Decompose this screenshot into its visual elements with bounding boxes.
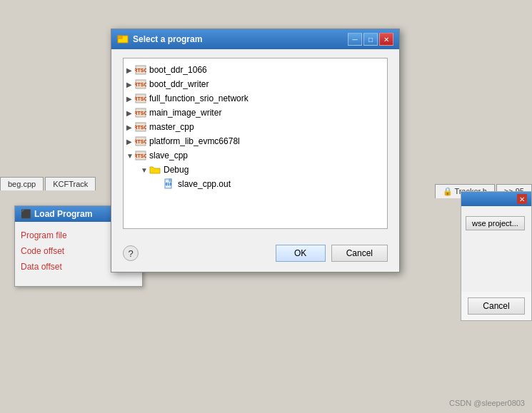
tree-item-slave-cpp-out[interactable]: ▶ 010 slave_cpp.out <box>126 177 384 191</box>
svg-text:010: 010 <box>166 182 172 186</box>
tracker-icon: 🔒 <box>443 187 453 195</box>
dialog-content: ▶ RTSC boot_ddr_1066 ▶ RTSC boot_ddr_wri… <box>111 49 399 238</box>
project-icon-master-cpp: RTSC <box>135 121 146 133</box>
tree-item-main-image-writer[interactable]: ▶ RTSC main_image_writer <box>126 106 384 120</box>
tree-arrow-slave-cpp: ▼ <box>126 152 135 160</box>
tree-arrow-master-cpp: ▶ <box>126 123 135 131</box>
tracker-cancel-area: Cancel <box>461 292 531 320</box>
project-icon-full-function: RTSC <box>135 93 146 104</box>
tree-arrow-full-function: ▶ <box>126 95 135 103</box>
svg-rect-17 <box>169 179 171 181</box>
svg-text:RTSC: RTSC <box>135 125 146 130</box>
tree-label-full-function: full_function_srio_network <box>149 93 249 103</box>
tree-item-boot-ddr-1066[interactable]: ▶ RTSC boot_ddr_1066 <box>126 63 384 77</box>
svg-text:RTSC: RTSC <box>135 111 146 116</box>
tree-label-platform-lib: platform_lib_evmc6678l <box>149 136 240 146</box>
tree-label-boot-ddr-writer: boot_ddr_writer <box>149 79 209 89</box>
dialog-title-icon <box>117 34 129 45</box>
maximize-button[interactable]: □ <box>363 33 378 46</box>
project-icon-boot-ddr-writer: RTSC <box>135 78 146 90</box>
tree-label-slave-cpp: slave_cpp <box>149 151 188 160</box>
tree-label-debug: Debug <box>164 165 189 175</box>
project-icon-slave-cpp: RTSC <box>135 150 146 161</box>
tree-item-full-function[interactable]: ▶ RTSC full_function_srio_network <box>126 91 384 106</box>
svg-text:RTSC: RTSC <box>135 82 146 87</box>
tracker-titlebar: ✕ <box>461 192 531 206</box>
tree-arrow-main-image-writer: ▶ <box>126 109 135 117</box>
tree-container[interactable]: ▶ RTSC boot_ddr_1066 ▶ RTSC boot_ddr_wri… <box>123 58 388 229</box>
tree-item-platform-lib[interactable]: ▶ RTSC platform_lib_evmc6678l <box>126 134 384 148</box>
tab-kcftrack[interactable]: KCFTrack <box>45 177 96 190</box>
project-icon-platform-lib: RTSC <box>135 136 146 147</box>
project-icon-main-image-writer: RTSC <box>135 107 146 118</box>
tree-label-main-image-writer: main_image_writer <box>149 108 221 118</box>
svg-text:RTSC: RTSC <box>135 68 146 73</box>
dialog-title-left: Select a program <box>117 34 202 45</box>
tracker-body: wse project... <box>461 206 531 292</box>
tree-item-slave-cpp[interactable]: ▼ RTSC slave_cpp <box>126 148 384 163</box>
file-icon-slave-cpp-out: 010 <box>164 178 175 190</box>
svg-text:RTSC: RTSC <box>135 139 146 144</box>
watermark: CSDN @sleeper0803 <box>449 399 525 407</box>
project-icon-boot-ddr-1066: RTSC <box>135 64 146 76</box>
tree-label-master-cpp: master_cpp <box>149 122 194 132</box>
help-button[interactable]: ? <box>123 245 139 261</box>
load-program-icon: ⬛ <box>21 209 31 219</box>
tracker-close-button[interactable]: ✕ <box>517 194 527 204</box>
tracker-panel: ✕ wse project... Cancel <box>461 191 532 321</box>
tree-item-boot-ddr-writer[interactable]: ▶ RTSC boot_ddr_writer <box>126 77 384 91</box>
svg-rect-1 <box>118 36 122 39</box>
tree-arrow-boot-ddr-writer: ▶ <box>126 81 135 88</box>
tree-arrow-boot-ddr-1066: ▶ <box>126 66 135 74</box>
tab-beg-cpp[interactable]: beg.cpp <box>0 177 44 190</box>
background-tabs: beg.cpp KCFTrack <box>0 177 96 190</box>
dialog-controls: ─ □ ✕ <box>348 33 393 46</box>
cancel-button[interactable]: Cancel <box>331 245 388 262</box>
svg-text:RTSC: RTSC <box>135 153 146 158</box>
tree-item-debug[interactable]: ▼ Debug <box>126 163 384 177</box>
ok-button[interactable]: OK <box>276 245 326 262</box>
dialog-bottom: ? OK Cancel <box>111 238 399 272</box>
tree-arrow-platform-lib: ▶ <box>126 138 135 146</box>
close-button[interactable]: ✕ <box>379 33 393 46</box>
browse-project-button[interactable]: wse project... <box>466 216 525 230</box>
folder-icon-debug <box>149 164 161 175</box>
dialog-buttons: OK Cancel <box>276 245 388 262</box>
minimize-button[interactable]: ─ <box>348 33 362 46</box>
select-program-dialog: Select a program ─ □ ✕ ▶ RTSC boot_ddr_1… <box>111 29 400 272</box>
tree-arrow-debug: ▼ <box>141 166 149 174</box>
svg-text:RTSC: RTSC <box>135 96 146 101</box>
tracker-cancel-button[interactable]: Cancel <box>468 297 524 315</box>
tree-item-master-cpp[interactable]: ▶ RTSC master_cpp <box>126 120 384 134</box>
tree-label-boot-ddr-1066: boot_ddr_1066 <box>149 65 207 75</box>
tree-label-slave-cpp-out: slave_cpp.out <box>178 179 231 189</box>
dialog-titlebar: Select a program ─ □ ✕ <box>111 29 399 49</box>
